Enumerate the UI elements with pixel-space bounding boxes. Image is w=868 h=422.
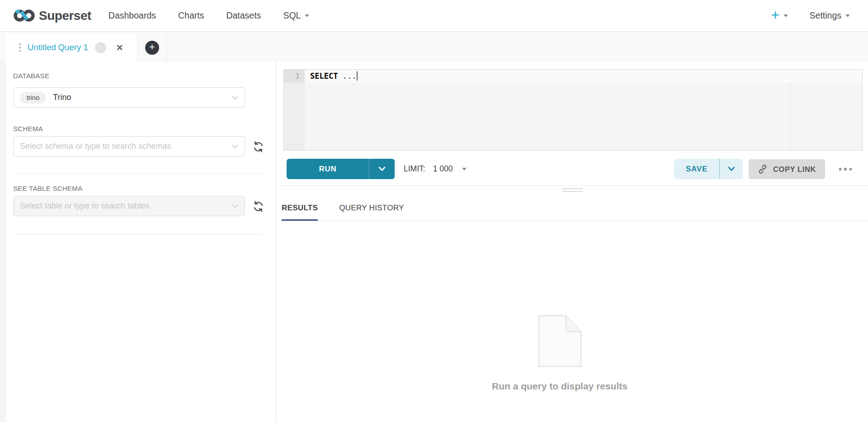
section-divider [13, 173, 264, 174]
nav-item-dashboards[interactable]: Dashboards [108, 10, 156, 21]
add-tab-cell: + [138, 34, 167, 61]
save-options-button[interactable] [719, 159, 743, 179]
text-cursor [357, 71, 358, 81]
database-type-badge: trino [20, 92, 46, 104]
resize-handle[interactable] [559, 187, 585, 193]
link-icon [758, 164, 768, 174]
caret-down-icon [462, 168, 467, 171]
query-tab-label: Untitled Query 1 [28, 43, 88, 52]
plus-icon: + [771, 8, 780, 22]
main-menu: Dashboards Charts Datasets SQL [108, 10, 310, 21]
schema-placeholder: Select schema or type to search schemas [20, 142, 171, 151]
superset-logo[interactable]: Superset [14, 9, 91, 23]
sqllab-side-panel: DATABASE trino Trino SCHEMA Select schem… [6, 61, 276, 422]
tab-results[interactable]: RESULTS [282, 195, 318, 221]
schema-label: SCHEMA [13, 125, 43, 133]
chevron-down-icon [232, 204, 238, 209]
run-options-button[interactable] [369, 159, 395, 179]
database-label: DATABASE [13, 72, 49, 80]
pane-divider [276, 185, 868, 186]
print-margin-line [790, 83, 791, 150]
copy-link-label: COPY LINK [773, 165, 816, 174]
limit-label: LIMIT: [404, 164, 425, 174]
run-button[interactable]: RUN [287, 159, 369, 179]
query-tab-strip: Untitled Query 1 ✕ + [0, 32, 868, 61]
query-status-dot [95, 42, 106, 53]
database-value: Trino [53, 93, 71, 102]
close-icon[interactable]: ✕ [116, 43, 123, 52]
refresh-schemas-button[interactable] [251, 140, 265, 153]
line-number: 1 [284, 70, 305, 83]
top-navbar: Superset Dashboards Charts Datasets SQL … [0, 0, 868, 32]
table-placeholder: Select table or type to search tables [20, 201, 149, 211]
tab-query-history[interactable]: QUERY HISTORY [339, 195, 404, 221]
refresh-icon [252, 200, 264, 213]
copy-link-button[interactable]: COPY LINK [749, 159, 825, 179]
settings-menu[interactable]: Settings [810, 10, 850, 21]
database-select[interactable]: trino Trino [13, 87, 245, 108]
more-options-button[interactable] [838, 164, 853, 174]
active-line-highlight [305, 70, 862, 83]
new-item-button[interactable]: + [771, 9, 788, 22]
superset-infinity-icon [14, 9, 35, 23]
code-line: SELECT ... [310, 70, 358, 83]
see-table-schema-label: SEE TABLE SCHEMA [13, 185, 82, 192]
empty-message: Run a query to display results [492, 381, 627, 392]
sql-editor-pane: 1 SELECT ... RUN LIMIT: 1 000 SAVE [276, 61, 868, 422]
table-select[interactable]: Select table or type to search tables [13, 196, 245, 216]
editor-toolbar: RUN LIMIT: 1 000 SAVE [276, 159, 868, 179]
results-empty-state: Run a query to display results [276, 315, 843, 392]
refresh-tables-button[interactable] [251, 199, 265, 213]
results-tab-bar: RESULTS QUERY HISTORY [276, 195, 868, 221]
schema-select[interactable]: Select schema or type to search schemas [13, 136, 245, 156]
section-divider [13, 234, 264, 234]
nav-item-charts[interactable]: Charts [178, 10, 204, 21]
chevron-down-icon [728, 166, 735, 171]
limit-value: 1 000 [433, 164, 453, 174]
save-button[interactable]: SAVE [674, 159, 719, 179]
limit-dropdown[interactable]: LIMIT: 1 000 [404, 159, 467, 179]
caret-down-icon [305, 14, 309, 17]
nav-item-sql[interactable]: SQL [283, 10, 309, 21]
add-tab-button[interactable]: + [145, 41, 159, 55]
chevron-down-icon [378, 166, 386, 171]
nav-item-datasets[interactable]: Datasets [226, 10, 261, 21]
ellipsis-icon [839, 168, 842, 171]
left-gutter [0, 61, 6, 422]
document-icon [538, 315, 582, 367]
sql-code-editor[interactable]: 1 SELECT ... [283, 69, 863, 151]
query-tab-untitled-query-1[interactable]: Untitled Query 1 ✕ [6, 34, 138, 61]
caret-down-icon [845, 14, 850, 17]
chevron-down-icon [232, 144, 238, 149]
caret-down-icon [783, 14, 788, 17]
chevron-down-icon [232, 95, 238, 100]
brand-name: Superset [39, 9, 91, 23]
drag-handle-icon[interactable] [19, 43, 21, 52]
refresh-icon [252, 141, 264, 153]
